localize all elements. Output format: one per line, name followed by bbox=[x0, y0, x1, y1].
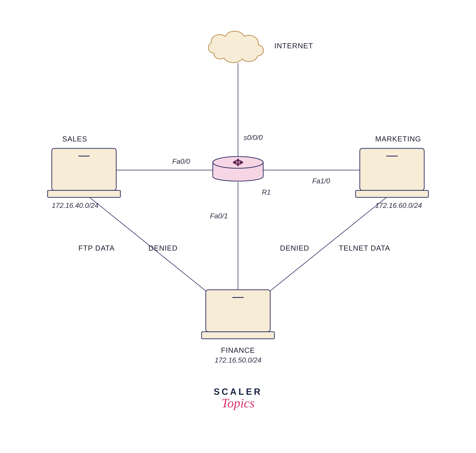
svg-rect-6 bbox=[360, 149, 424, 190]
telnet-denied-label: DENIED bbox=[280, 244, 309, 252]
router-r1 bbox=[213, 156, 263, 181]
marketing-label: MARKETING bbox=[375, 135, 421, 143]
ftp-data-label: FTP DATA bbox=[78, 244, 115, 252]
if-s000: s0/0/0 bbox=[244, 134, 263, 142]
sales-subnet: 172.16.40.0/24 bbox=[52, 202, 99, 209]
marketing-laptop bbox=[355, 149, 428, 197]
svg-rect-5 bbox=[48, 190, 121, 197]
svg-rect-8 bbox=[355, 190, 428, 197]
finance-subnet: 172.16.50.0/24 bbox=[215, 356, 261, 364]
finance-label: FINANCE bbox=[221, 346, 255, 354]
sales-laptop bbox=[48, 149, 121, 197]
if-fa01: Fa0/1 bbox=[210, 212, 228, 220]
router-name: R1 bbox=[262, 188, 271, 196]
internet-label: INTERNET bbox=[274, 42, 313, 50]
brand-scaler: SCALER bbox=[214, 387, 262, 397]
sales-label: SALES bbox=[62, 135, 87, 143]
ftp-denied-label: DENIED bbox=[148, 244, 178, 252]
marketing-subnet: 172.16.60.0/24 bbox=[375, 202, 422, 209]
brand-topics: Topics bbox=[221, 396, 255, 410]
finance-laptop bbox=[202, 290, 274, 339]
telnet-data-label: TELNET DATA bbox=[339, 244, 390, 252]
svg-rect-11 bbox=[202, 332, 274, 339]
internet-cloud bbox=[208, 31, 263, 63]
diagram-canvas: INTERNET SALES 172.16.40.0/24 MARKETING … bbox=[0, 0, 476, 453]
if-fa10: Fa1/0 bbox=[312, 177, 330, 185]
if-fa00: Fa0/0 bbox=[172, 157, 190, 165]
svg-rect-3 bbox=[52, 149, 116, 190]
svg-rect-9 bbox=[206, 290, 270, 332]
